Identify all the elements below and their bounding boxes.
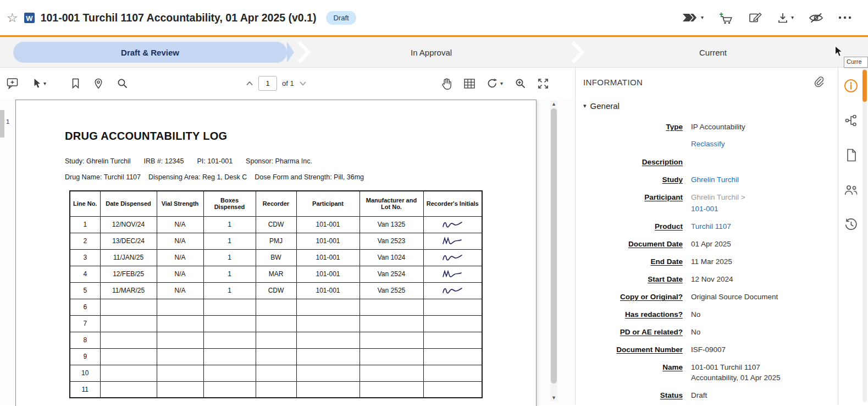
hide-annotations-button[interactable]	[809, 12, 823, 24]
field-row-study: Study Ghrelin Turchil	[583, 174, 832, 185]
viewer-scrollbar-thumb[interactable]	[551, 108, 557, 383]
field-row-document-number: Document Number ISF-09007	[583, 344, 832, 355]
field-label: Has redactions?	[583, 309, 691, 320]
hand-pan-icon	[441, 78, 452, 90]
field-row-copy-or-original: Copy or Original? Original Source Docume…	[583, 292, 832, 302]
zoom-in-button[interactable]	[515, 78, 526, 89]
signature-cell	[423, 266, 482, 282]
section-collapse-caret-icon: ▾	[583, 103, 587, 109]
eye-slash-icon	[809, 12, 823, 24]
panel-scrollbar[interactable]	[863, 69, 867, 402]
map-pin-icon	[94, 78, 103, 89]
field-value: ISF-09007	[691, 344, 726, 355]
field-label: Study	[583, 174, 691, 185]
info-circle-icon	[844, 79, 858, 93]
select-tool-button[interactable]: ▾	[33, 78, 46, 89]
go-to-location-button[interactable]	[94, 78, 103, 89]
zoom-in-icon	[515, 78, 526, 89]
add-to-cart-button[interactable]	[718, 12, 734, 24]
signature-scribble	[441, 252, 464, 263]
download-icon	[777, 12, 788, 24]
more-actions-button[interactable]	[838, 16, 852, 19]
scroll-down-arrow-icon[interactable]: ▼	[551, 395, 556, 400]
col-header: Recorder's Initials	[423, 191, 482, 216]
chevron-down-icon: ▾	[43, 81, 46, 86]
edit-document-button[interactable]	[749, 12, 762, 24]
document-title: 101-001 Turchil 1107 Accountability, 01 …	[41, 12, 317, 24]
field-row-has-redactions: Has redactions? No	[583, 309, 832, 320]
search-in-document-button[interactable]	[117, 78, 128, 89]
col-header: Vial Strength	[157, 191, 203, 216]
thumbnail-panel-handle[interactable]	[0, 110, 4, 138]
previous-page-chevron-icon[interactable]	[246, 81, 253, 86]
right-rail	[838, 68, 868, 404]
next-page-chevron-icon[interactable]	[299, 81, 307, 86]
signature-cell	[423, 233, 482, 249]
table-row: 412/FEB/25N/A1MAR101-001Van 2524	[70, 266, 482, 282]
field-value: Ghrelin Turchil	[691, 174, 739, 185]
general-section-header[interactable]: ▾ General	[583, 101, 832, 111]
cart-plus-icon	[718, 12, 734, 24]
workflow-icon	[682, 12, 698, 23]
page-number-input[interactable]	[258, 76, 277, 91]
table-row: 9	[70, 348, 482, 365]
col-header: Recorder	[256, 191, 296, 216]
field-row-end-date: End Date 11 Mar 2025	[583, 256, 832, 267]
field-label: End Date	[583, 256, 691, 267]
general-section-label: General	[590, 101, 620, 111]
field-list: Type IP Accountability Reclassify Descri…	[583, 122, 832, 400]
product-link[interactable]: Turchil 1107	[691, 221, 731, 232]
cursor-arrow-icon	[33, 78, 41, 89]
signature-scribble	[441, 219, 464, 230]
field-row-type: Type IP Accountability Reclassify	[583, 122, 832, 149]
document-fields-button[interactable]	[843, 147, 859, 163]
col-header: Boxes Dispensed	[203, 191, 256, 216]
favorite-star-icon[interactable]: ☆	[7, 12, 18, 24]
rotate-button[interactable]: ▾	[487, 78, 503, 89]
signature-scribble	[441, 268, 464, 279]
panel-scrollbar-thumb[interactable]	[863, 70, 867, 102]
version-history-button[interactable]	[843, 217, 859, 232]
field-value: 12 Nov 2024	[691, 274, 733, 284]
doc-info-panel-button[interactable]	[843, 78, 859, 94]
reclassify-link[interactable]: Reclassify	[691, 139, 725, 149]
attachments-paperclip-icon[interactable]	[814, 76, 823, 87]
study-link[interactable]: Ghrelin Turchil	[691, 174, 739, 185]
doc-meta-line-1: Study: Ghrelin TurchilIRB #: 12345PI: 10…	[65, 157, 514, 165]
bookmarks-button[interactable]	[71, 78, 80, 89]
document-page: DRUG ACCOUNTABILITY LOG Study: Ghrelin T…	[15, 100, 537, 406]
participant-link[interactable]: 101-001	[691, 204, 718, 214]
scroll-up-arrow-icon[interactable]: ▲	[551, 101, 556, 107]
status-badge: Draft	[326, 11, 356, 25]
signature-cell	[423, 282, 482, 299]
field-label: Type	[583, 122, 691, 149]
info-panel-title: INFORMATION	[583, 78, 832, 87]
sharing-settings-button[interactable]	[843, 182, 859, 197]
stage-label: Draft & Review	[121, 48, 179, 57]
lifecycle-stage-in-approval: In Approval	[411, 37, 452, 68]
field-label: Description	[583, 157, 691, 167]
stage-chevron-separator	[297, 41, 311, 64]
lifecycle-bar: Draft & Review In Approval Current Curre	[0, 37, 868, 68]
table-row: 8	[70, 332, 482, 348]
branch-nodes-icon	[844, 114, 858, 127]
field-row-name: Name 101-001 Turchil 1107 Accountability…	[583, 362, 832, 383]
add-annotation-button[interactable]	[7, 78, 19, 89]
grid-view-button[interactable]	[464, 79, 475, 89]
pan-tool-button[interactable]	[441, 78, 452, 90]
field-value: 11 Mar 2025	[691, 256, 732, 267]
lifecycle-stage-current: Current	[699, 37, 727, 68]
main-area: ▾	[0, 68, 868, 404]
fullscreen-button[interactable]	[538, 78, 549, 89]
download-button[interactable]: ▾	[777, 12, 794, 24]
signature-scribble	[441, 235, 464, 246]
doc-meta-line-2: Drug Name: Turchil 1107Dispensing Area: …	[65, 173, 514, 181]
field-label: Name	[583, 362, 691, 383]
field-row-start-date: Start Date 12 Nov 2024	[583, 274, 832, 284]
field-value: 101-001 Turchil 1107 Accountability, 01 …	[691, 362, 801, 383]
workflow-timeline-button[interactable]	[843, 113, 859, 128]
field-row-participant: Participant Ghrelin Turchil > 101-001	[583, 192, 832, 214]
viewer-scrollbar[interactable]: ▲ ▼	[550, 101, 557, 401]
start-workflow-button[interactable]: ▾	[682, 12, 704, 23]
field-row-product: Product Turchil 1107	[583, 221, 832, 232]
